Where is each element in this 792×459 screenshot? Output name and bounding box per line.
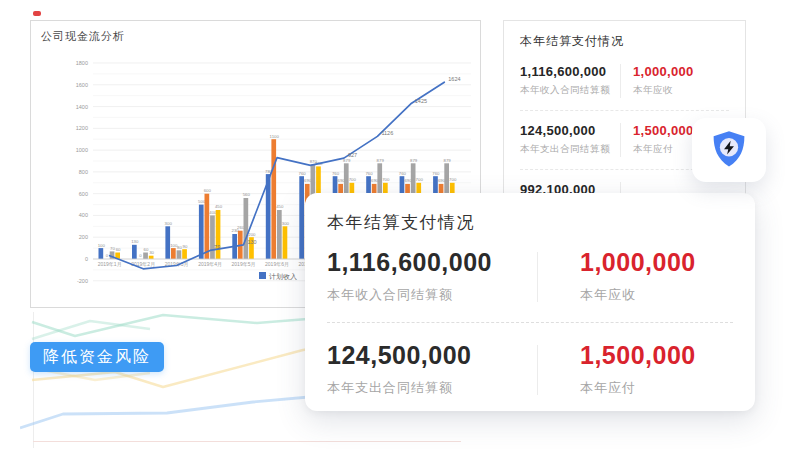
svg-text:70: 70	[110, 246, 115, 251]
svg-text:2019年4月: 2019年4月	[198, 261, 222, 268]
dashed-divider	[327, 322, 733, 323]
svg-text:200: 200	[248, 232, 256, 237]
shield-lightning-icon	[707, 128, 751, 172]
svg-text:300: 300	[165, 221, 173, 226]
dashboard: 公司现金流分析 -2000200400600800100012001400160…	[0, 0, 792, 459]
svg-text:30: 30	[149, 250, 154, 255]
svg-text:760: 760	[332, 171, 340, 176]
stats-panel-title: 本年结算支付情况	[520, 33, 729, 50]
svg-text:600: 600	[204, 188, 212, 193]
red-marker-dot	[33, 11, 41, 16]
svg-text:2019年5月: 2019年5月	[232, 261, 256, 268]
svg-text:760: 760	[299, 171, 307, 176]
svg-text:60: 60	[116, 247, 121, 252]
svg-text:560: 560	[243, 192, 251, 197]
svg-text:760: 760	[399, 171, 407, 176]
overlay-title: 本年结算支付情况	[327, 211, 733, 234]
svg-text:79: 79	[214, 244, 220, 250]
overlay-expense-settlement-value: 124,500,000	[327, 341, 537, 370]
income-settlement-value: 1,116,600,000	[520, 64, 620, 79]
svg-text:927: 927	[348, 152, 357, 158]
svg-text:1624: 1624	[448, 76, 460, 82]
svg-text:1200: 1200	[76, 125, 88, 131]
overlay-income-settlement-label: 本年收入合同结算额	[327, 286, 537, 304]
overlay-income-settlement-value: 1,116,600,000	[327, 248, 537, 277]
svg-text:130: 130	[248, 239, 257, 245]
svg-text:879: 879	[410, 158, 418, 163]
settlement-overlay-card: 本年结算支付情况 1,116,600,000 本年收入合同结算额 1,000,0…	[305, 193, 755, 411]
svg-text:2019年6月: 2019年6月	[265, 261, 289, 268]
svg-text:700: 700	[349, 177, 357, 182]
svg-text:1425: 1425	[415, 98, 427, 104]
svg-text:1000: 1000	[76, 147, 88, 153]
security-shield-card[interactable]	[692, 118, 766, 182]
svg-text:700: 700	[382, 177, 390, 182]
receivable-label: 本年应收	[633, 84, 729, 97]
overlay-row-income: 1,116,600,000 本年收入合同结算额 1,000,000 本年应收	[327, 248, 733, 306]
svg-text:1400: 1400	[76, 104, 88, 110]
svg-text:80: 80	[177, 245, 182, 250]
svg-text:1600: 1600	[76, 82, 88, 88]
svg-text:60: 60	[144, 247, 149, 252]
svg-text:760: 760	[365, 171, 373, 176]
svg-text:600: 600	[79, 191, 88, 197]
stats-row-income: 1,116,600,000 本年收入合同结算额 1,000,000 本年应收	[520, 60, 729, 106]
income-settlement-label: 本年收入合同结算额	[520, 84, 620, 97]
svg-text:0: 0	[139, 253, 142, 258]
svg-text:450: 450	[276, 204, 284, 209]
svg-text:90: 90	[183, 244, 188, 249]
svg-text:计划收入: 计划收入	[269, 273, 297, 281]
overlay-expense-settlement-label: 本年支出合同结算额	[327, 379, 537, 397]
dashed-divider	[520, 110, 729, 111]
svg-text:450: 450	[215, 204, 223, 209]
svg-text:879: 879	[444, 158, 452, 163]
svg-text:700: 700	[449, 177, 457, 182]
chart-title: 公司现金流分析	[41, 29, 125, 44]
svg-text:760: 760	[432, 171, 440, 176]
svg-text:700: 700	[416, 177, 424, 182]
svg-text:2019年2月: 2019年2月	[131, 261, 155, 268]
overlay-payable-label: 本年应付	[580, 379, 733, 397]
svg-text:-200: -200	[77, 278, 88, 284]
svg-text:130: 130	[131, 239, 139, 244]
receivable-value: 1,000,000	[633, 64, 729, 79]
overlay-receivable-label: 本年应收	[580, 286, 733, 304]
svg-text:2019年1月: 2019年1月	[98, 261, 122, 268]
svg-text:400: 400	[79, 212, 88, 218]
risk-badge[interactable]: 降低资金风险	[30, 342, 164, 372]
svg-text:100: 100	[98, 243, 106, 248]
svg-text:0: 0	[85, 256, 88, 262]
svg-text:0: 0	[106, 253, 109, 258]
overlay-row-expense: 124,500,000 本年支出合同结算额 1,500,000 本年应付	[327, 341, 733, 399]
svg-text:1126: 1126	[381, 130, 393, 136]
svg-text:1800: 1800	[76, 60, 88, 66]
expense-settlement-label: 本年支出合同结算额	[520, 143, 620, 156]
svg-text:200: 200	[79, 234, 88, 240]
overlay-receivable-value: 1,000,000	[580, 248, 733, 277]
overlay-payable-value: 1,500,000	[580, 341, 733, 370]
svg-text:800: 800	[79, 169, 88, 175]
svg-text:300: 300	[282, 221, 290, 226]
expense-settlement-value: 124,500,000	[520, 123, 620, 138]
svg-text:1100: 1100	[270, 134, 280, 139]
svg-text:879: 879	[377, 158, 385, 163]
